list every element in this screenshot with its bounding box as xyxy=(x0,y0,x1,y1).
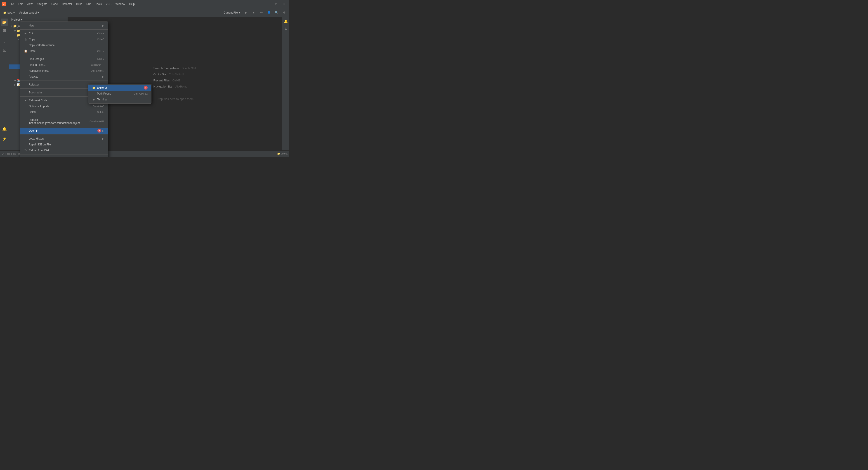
submenu-terminal[interactable]: ▶ Terminal xyxy=(88,96,151,102)
local-history-icon xyxy=(24,137,27,141)
submenu-explorer-label: Explorer xyxy=(97,86,142,89)
title-bar: J File Edit View Navigate Code Refactor … xyxy=(0,0,289,8)
menu-vcs[interactable]: VCS xyxy=(104,2,113,6)
status-right-object: 📁 object xyxy=(277,152,287,155)
run-button[interactable]: ▶ xyxy=(243,9,249,16)
menu-code[interactable]: Code xyxy=(50,2,60,6)
menu-run[interactable]: Run xyxy=(85,2,93,6)
menu-edit[interactable]: Edit xyxy=(16,2,24,6)
more-tools-icon[interactable]: ⋯ xyxy=(1,143,8,150)
chevron-down-icon2: ▾ xyxy=(37,11,39,14)
cm-optimize-imports[interactable]: Optimize Imports Ctrl+Alt+O xyxy=(20,104,108,109)
cm-find-usages[interactable]: Find Usages Alt+F7 xyxy=(20,56,108,62)
paste-icon: 📋 xyxy=(24,49,27,53)
project-view-icon[interactable]: 📂 xyxy=(1,19,8,26)
menu-build[interactable]: Build xyxy=(74,2,84,6)
app-logo: J xyxy=(2,2,6,6)
search-everywhere-label: Search Everywhere xyxy=(153,66,179,70)
cut-icon: ✂ xyxy=(24,32,27,35)
cm-paste-label: Paste xyxy=(29,50,96,53)
menu-refactor[interactable]: Refactor xyxy=(60,2,74,6)
cm-reload-disk[interactable]: ↻ Reload from Disk xyxy=(20,147,108,153)
project-name: java xyxy=(7,11,12,14)
cm-open-in-arrow: ▶ xyxy=(102,129,104,132)
nav-navigation-bar: Navigation Bar Alt+Home xyxy=(153,85,187,88)
nav-recent-files: Recent Files Ctrl+E xyxy=(153,79,180,82)
bookmarks-icon[interactable]: ⊞ xyxy=(1,27,8,34)
tree-arrow-idea: ▶ xyxy=(13,29,17,32)
cm-repair-ide[interactable]: Repair IDE on File xyxy=(20,142,108,147)
restore-button[interactable]: □ xyxy=(273,1,279,7)
menu-window[interactable]: Window xyxy=(114,2,127,6)
nav-go-to-file: Go to File Ctrl+Shift+N xyxy=(153,72,184,76)
todo-icon[interactable]: ☑ xyxy=(1,47,8,54)
cm-replace-in-files[interactable]: Replace in Files... Ctrl+Shift+R xyxy=(20,68,108,74)
cm-open-in[interactable]: Open In 2 ▶ xyxy=(20,128,108,134)
cm-compare-with[interactable]: Compare With... Ctrl+D xyxy=(20,155,108,157)
plugins-icon[interactable]: ⚡ xyxy=(1,135,8,142)
cm-rebuild[interactable]: Rebuild 'net.ittimeline.java.core.founda… xyxy=(20,117,108,126)
cm-sep-1 xyxy=(20,29,108,30)
reload-disk-icon: ↻ xyxy=(24,149,27,152)
cm-reload-disk-label: Reload from Disk xyxy=(29,149,104,152)
minimize-button[interactable]: ─ xyxy=(265,1,271,7)
cm-local-history[interactable]: Local History ▶ xyxy=(20,136,108,142)
cm-find-in-files[interactable]: Find in Files... Ctrl+Shift+F xyxy=(20,62,108,68)
project-selector[interactable]: 📁 java ▾ xyxy=(2,10,16,15)
cm-analyze[interactable]: Analyze ▶ xyxy=(20,74,108,80)
menu-view[interactable]: View xyxy=(25,2,34,6)
cm-optimize-imports-shortcut: Ctrl+Alt+O xyxy=(93,105,104,108)
cm-copy-shortcut: Ctrl+C xyxy=(97,38,104,41)
current-file-selector[interactable]: Current File ▾ xyxy=(222,10,241,15)
status-sep-2: › xyxy=(17,152,18,155)
menu-file[interactable]: File xyxy=(8,2,16,6)
tree-arrow-root: ▾ xyxy=(10,24,13,28)
submenu-terminal-label: Terminal xyxy=(97,98,148,101)
stop-button[interactable]: ■ xyxy=(250,9,257,16)
analyze-icon xyxy=(24,75,27,79)
compare-with-icon xyxy=(24,156,27,157)
cm-analyze-label: Analyze xyxy=(29,75,101,78)
menu-navigate[interactable]: Navigate xyxy=(35,2,49,6)
submenu-path-popup[interactable]: Path Popup Ctrl+Alt+F12 xyxy=(88,91,151,96)
more-options-button[interactable]: ⋯ xyxy=(258,9,265,16)
cm-open-in-label: Open In xyxy=(29,129,95,132)
cm-optimize-imports-label: Optimize Imports xyxy=(29,105,91,108)
account-icon[interactable]: 👤 xyxy=(266,9,272,16)
chevron-down-icon3: ▾ xyxy=(239,11,240,14)
cm-copy-path[interactable]: Copy Path/Reference... xyxy=(20,42,108,48)
database-icon[interactable]: 🗄 xyxy=(283,25,289,31)
cm-new-arrow: ▶ xyxy=(102,24,104,27)
cm-local-history-label: Local History xyxy=(29,137,101,140)
notifications-icon[interactable]: 🔔 xyxy=(1,125,8,132)
navigation-bar-label: Navigation Bar xyxy=(153,85,173,88)
cm-new[interactable]: New ▶ xyxy=(20,23,108,29)
menu-tools[interactable]: Tools xyxy=(94,2,103,6)
submenu-explorer[interactable]: 📁 Explorer 3 xyxy=(88,85,151,91)
search-icon[interactable]: 🔍 xyxy=(274,9,280,16)
cm-copy-label: Copy xyxy=(29,38,96,41)
version-control-selector[interactable]: Version control ▾ xyxy=(18,10,40,15)
quick-nav: Search Everywhere Double Shift Go to Fil… xyxy=(153,66,197,88)
cm-new-icon xyxy=(24,24,27,27)
current-file-label: Current File xyxy=(223,11,238,14)
notifications-right-icon[interactable]: 🔔 xyxy=(283,19,289,24)
git-icon[interactable]: ⑂ xyxy=(1,38,8,46)
submenu-open-in: 📁 Explorer 3 Path Popup Ctrl+Alt+F12 ▶ T… xyxy=(88,84,151,104)
close-button[interactable]: ✕ xyxy=(281,1,287,7)
cm-reformat-label: Reformat Code xyxy=(29,99,92,102)
panel-title: Project xyxy=(11,18,20,21)
explorer-icon: 📁 xyxy=(92,86,96,90)
tree-arrow-java-core: ▾ xyxy=(13,33,17,37)
settings-icon[interactable]: ⚙ xyxy=(281,9,287,16)
cm-copy[interactable]: ⎘ Copy Ctrl+C xyxy=(20,36,108,42)
recent-files-label: Recent Files xyxy=(153,79,170,82)
cm-cut[interactable]: ✂ Cut Ctrl+X xyxy=(20,31,108,36)
cm-cut-label: Cut xyxy=(29,32,96,35)
menu-help[interactable]: Help xyxy=(127,2,136,6)
replace-in-files-icon xyxy=(24,69,27,72)
cm-delete[interactable]: Delete... Delete xyxy=(20,109,108,115)
submenu-path-popup-shortcut: Ctrl+Alt+F12 xyxy=(133,92,148,95)
cm-paste[interactable]: 📋 Paste Ctrl+V xyxy=(20,48,108,54)
submenu-path-popup-label: Path Popup xyxy=(97,92,132,95)
